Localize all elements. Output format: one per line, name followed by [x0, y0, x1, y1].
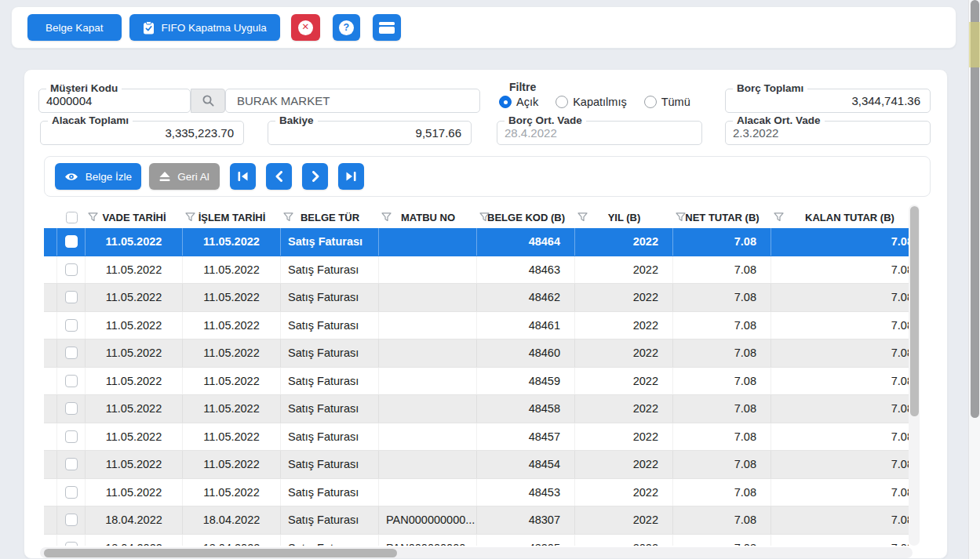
row-checkbox[interactable]	[65, 291, 78, 303]
row-checkbox[interactable]	[65, 542, 78, 546]
select-all-checkbox[interactable]	[66, 212, 78, 223]
column-header-4[interactable]: BELGE KOD (B)	[477, 206, 575, 228]
row-checkbox-cell	[57, 228, 86, 256]
radio-icon[interactable]	[644, 96, 657, 108]
grid-vertical-scrollbar[interactable]	[909, 205, 920, 546]
document-panel: Müşteri Kodu Filtre AçıkKapatılmışTümü B…	[24, 69, 948, 559]
table-row[interactable]: 11.05.202211.05.2022Satış Faturası484632…	[44, 256, 909, 285]
row-checkbox[interactable]	[65, 235, 78, 248]
filter-funnel-icon[interactable]	[88, 212, 98, 222]
table-row[interactable]: 11.05.202211.05.2022Satış Faturası484622…	[44, 284, 909, 312]
cell: 18.04.2022	[86, 506, 183, 534]
alacak-ort-vade-field: Alacak Ort. Vade 2.3.2022	[725, 121, 931, 145]
filter-funnel-icon[interactable]	[283, 212, 293, 222]
musteri-adi-input[interactable]	[226, 89, 479, 112]
filter-funnel-icon[interactable]	[577, 212, 588, 222]
row-checkbox[interactable]	[65, 486, 78, 499]
row-checkbox-cell	[57, 451, 86, 478]
first-page-button[interactable]	[230, 163, 256, 190]
row-checkbox[interactable]	[65, 458, 78, 470]
row-checkbox[interactable]	[65, 347, 78, 359]
row-checkbox[interactable]	[65, 514, 78, 526]
cell: 7.08	[771, 339, 909, 367]
cell	[379, 256, 477, 284]
filter-funnel-icon[interactable]	[479, 212, 490, 222]
filter-funnel-icon[interactable]	[185, 212, 195, 222]
row-indicator	[44, 506, 57, 534]
cell: 11.05.2022	[183, 312, 281, 339]
cell: Satış Faturası	[281, 339, 379, 367]
column-header-1[interactable]: İŞLEM TARİHİ	[183, 206, 281, 228]
table-row[interactable]: 11.05.202211.05.2022Satış Faturası484542…	[44, 451, 909, 479]
cell: 7.08	[673, 423, 771, 451]
radio-icon[interactable]	[499, 96, 512, 108]
row-checkbox[interactable]	[65, 375, 78, 387]
table-row[interactable]: 18.04.202218.04.2022Satış FaturasıPAN000…	[44, 506, 909, 535]
mail-button[interactable]	[373, 14, 401, 41]
belge-izle-label: Belge İzle	[86, 171, 132, 183]
cell: 48463	[477, 256, 575, 284]
last-page-button[interactable]	[338, 163, 364, 190]
row-checkbox-cell	[57, 506, 86, 534]
cell: 11.05.2022	[86, 479, 183, 506]
cell: 11.05.2022	[86, 256, 183, 284]
customer-search-button[interactable]	[191, 89, 225, 113]
filter-funnel-icon[interactable]	[774, 212, 784, 222]
close-button[interactable]: ✕	[291, 14, 320, 41]
row-indicator	[44, 284, 57, 311]
column-header-label: İŞLEM TARİHİ	[199, 212, 266, 223]
cell	[379, 479, 477, 506]
column-header-2[interactable]: BELGE TÜR	[281, 206, 379, 228]
cell: 7.08	[673, 535, 771, 546]
column-header-5[interactable]: YIL (B)	[575, 206, 673, 228]
page-vertical-scrollbar[interactable]	[968, 0, 980, 559]
cell: 7.08	[673, 395, 771, 423]
filter-funnel-icon[interactable]	[676, 212, 686, 222]
cell: Satış Faturası	[281, 368, 379, 395]
radio-icon[interactable]	[556, 96, 568, 108]
cell: 11.05.2022	[183, 479, 281, 506]
previous-page-button[interactable]	[266, 163, 292, 190]
geri-al-button[interactable]: Geri Al	[149, 163, 220, 190]
belge-kapat-button[interactable]: Belge Kapat	[27, 14, 122, 41]
fifo-kapatma-uygula-button[interactable]: FIFO Kapatma Uygula	[129, 14, 280, 41]
cell: 48464	[477, 228, 575, 256]
table-row[interactable]: 11.05.202211.05.2022Satış Faturası484602…	[44, 339, 909, 368]
cell: 2022	[575, 256, 673, 284]
table-row[interactable]: 11.05.202211.05.2022Satış Faturası484572…	[44, 423, 909, 452]
column-header-3[interactable]: MATBU NO	[379, 206, 477, 228]
grid-horizontal-scrollbar[interactable]	[40, 547, 913, 558]
row-indicator	[44, 256, 57, 284]
column-header-6[interactable]: NET TUTAR (B)	[673, 206, 771, 228]
row-checkbox[interactable]	[65, 430, 78, 443]
row-checkbox[interactable]	[65, 319, 78, 332]
filtre-option-1[interactable]: Kapatılmış	[556, 96, 627, 108]
table-row[interactable]: 11.05.202211.05.2022Satış Faturası484612…	[44, 312, 909, 340]
grid-header-row: VADE TARİHİİŞLEM TARİHİBELGE TÜRMATBU NO…	[44, 206, 909, 228]
filtre-option-2[interactable]: Tümü	[644, 96, 690, 108]
search-icon	[202, 94, 215, 107]
grid-horizontal-scrollbar-thumb[interactable]	[44, 549, 397, 557]
grid-vertical-scrollbar-thumb[interactable]	[910, 206, 919, 416]
table-row[interactable]: 11.05.202211.05.2022Satış Faturası484532…	[44, 479, 909, 507]
column-header-0[interactable]: VADE TARİHİ	[86, 206, 183, 228]
column-header-7[interactable]: KALAN TUTAR (B)	[771, 206, 909, 228]
table-row[interactable]: 18.04.202218.04.2022Satış FaturasıPAN000…	[44, 535, 909, 546]
filtre-option-label: Açık	[516, 96, 538, 108]
table-row[interactable]: 11.05.202211.05.2022Satış Faturası484582…	[44, 395, 909, 423]
help-button[interactable]: ?	[333, 14, 360, 41]
row-checkbox[interactable]	[65, 402, 78, 415]
next-page-button[interactable]	[302, 163, 328, 190]
cell: 18.04.2022	[183, 535, 281, 546]
filter-funnel-icon[interactable]	[381, 212, 392, 222]
eject-icon	[159, 172, 170, 182]
cell: 11.05.2022	[86, 312, 183, 339]
table-row[interactable]: 11.05.202211.05.2022Satış Faturası484642…	[44, 228, 909, 256]
belge-izle-button[interactable]: Belge İzle	[55, 163, 141, 190]
table-row[interactable]: 11.05.202211.05.2022Satış Faturası484592…	[44, 368, 909, 396]
filtre-option-0[interactable]: Açık	[499, 96, 538, 108]
cell: Satış Faturası	[281, 535, 379, 546]
row-checkbox-cell	[57, 284, 86, 311]
row-checkbox[interactable]	[65, 263, 78, 276]
borc-toplami-field: Borç Toplamı 3,344,741.36	[725, 89, 931, 113]
